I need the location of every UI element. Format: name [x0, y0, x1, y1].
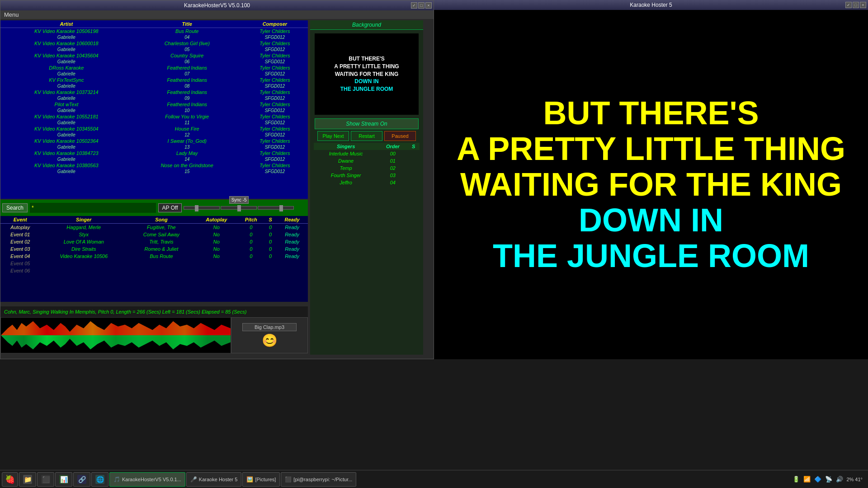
event-table: Event Singer Song Autoplay Pitch S Ready… — [0, 216, 308, 274]
preview-line5: THE JUNGLE ROOM — [340, 85, 393, 93]
close-btn-2[interactable]: × — [860, 2, 866, 8]
table-row[interactable]: Gabrielle08SFGD012 — [0, 83, 308, 89]
table-row[interactable]: KV Video Karaoke 10345504House FireTyler… — [0, 126, 308, 132]
search-button[interactable]: Search — [2, 203, 28, 212]
window-controls-2: ✓ □ × — [845, 2, 866, 8]
network-tray-icon: 📶 — [803, 475, 811, 483]
taskbar-monitor[interactable]: 📊 — [55, 472, 72, 487]
taskbar-app3-label: [Pictures] — [255, 477, 276, 482]
table-row[interactable]: KV Video Karaoke 10435604Country SquireT… — [0, 52, 308, 59]
col-artist: Artist — [0, 20, 132, 28]
table-row[interactable]: Gabrielle11SFGD012 — [0, 120, 308, 126]
table-row[interactable]: KV Video Karaoke 10373214Feathered India… — [0, 89, 308, 95]
evt-col-event: Event — [0, 216, 40, 224]
table-row[interactable]: Gabrielle15SFGD012 — [0, 169, 308, 174]
close-btn-1[interactable]: × — [425, 2, 432, 9]
restart-button[interactable]: Restart — [351, 131, 382, 141]
list-item[interactable]: Temp02 — [314, 164, 420, 172]
list-item[interactable]: Event 03Dire StraitsRomeo & JulietNo00Re… — [0, 245, 308, 253]
taskbar-app4[interactable]: ⬛ [pi@raspberrypi: ~/Pictur... — [281, 472, 356, 487]
table-row[interactable]: KV Video Karaoke 10502364I Swear (To_God… — [0, 138, 308, 144]
show-stream-button[interactable]: Show Stream On — [315, 118, 419, 129]
minimize-btn-2[interactable]: ✓ — [845, 2, 852, 8]
evt-col-singer: Singer — [40, 216, 127, 224]
list-item[interactable]: Event 06 — [0, 267, 308, 274]
table-row[interactable]: Pilot wTextFeathered IndiansTyler Childe… — [0, 101, 308, 108]
list-item[interactable]: Interlude Music00 — [314, 150, 420, 157]
play-next-button[interactable]: Play Next — [317, 131, 349, 141]
table-row[interactable]: KV Video Karaoke 10380563Nose on the Gri… — [0, 162, 308, 169]
taskbar-app2[interactable]: 🎤 Karaoke Hoster 5 — [186, 472, 242, 487]
table-row[interactable]: Gabrielle13SFGD012 — [0, 144, 308, 150]
main-app-window: KaraokeHosterV5 V5.0.100 ✓ □ × Menu Arti… — [0, 0, 434, 359]
taskbar-terminal[interactable]: ⬛ — [37, 472, 54, 487]
app2-title: Karaoke Hoster 5 — [630, 2, 672, 8]
table-row[interactable]: Gabrielle04SFGD012 — [0, 34, 308, 40]
list-item[interactable]: Event 02Love Of A WomanTritt, TravisNo00… — [0, 238, 308, 245]
list-item[interactable]: Event 01StyxCome Sail AwayNo00Ready — [0, 231, 308, 238]
karaoke-line5: THE JUNGLE ROOM — [493, 238, 809, 274]
preview-line1: BUT THERE'S — [349, 55, 385, 63]
taskbar-browser[interactable]: 🌐 — [91, 472, 108, 487]
table-row[interactable]: Gabrielle09SFGD012 — [0, 95, 308, 101]
sound-effect-button[interactable]: Big Clap.mp3 — [242, 323, 297, 331]
status-text: Cohn, Marc, Singing Walking In Memphis, … — [4, 309, 246, 314]
search-bar: Search AP Off Sync -5 — [0, 200, 308, 216]
battery-icon: 🔋 — [792, 475, 800, 483]
volume-icon: 🔊 — [835, 475, 844, 483]
smiley-icon: 😊 — [262, 333, 278, 348]
table-row[interactable]: KV Video Karaoke 10600018Charleston Girl… — [0, 40, 308, 47]
taskbar-tray: 🔋 📶 🔷 📡 🔊 2% 41° — [792, 475, 866, 483]
paused-button[interactable]: Paused — [384, 131, 416, 141]
taskbar-app1-label: KaraokeHosterV5 V5.0.1... — [122, 477, 181, 482]
karaoke-display: BUT THERE'S A PRETTY LITTLE THING WAITIN… — [434, 10, 868, 359]
search-input[interactable] — [29, 202, 156, 213]
taskbar-app3[interactable]: 🖼️ [Pictures] — [242, 472, 280, 487]
evt-col-s: S — [264, 216, 276, 224]
table-row[interactable]: Gabrielle05SFGD012 — [0, 47, 308, 52]
taskbar-app4-label: [pi@raspberrypi: ~/Pictur... — [293, 477, 352, 482]
table-row[interactable]: DRoss KaraokeFeathered IndiansTyler Chil… — [0, 65, 308, 71]
table-row[interactable]: KV FixTextSyncFeathered IndiansTyler Chi… — [0, 77, 308, 83]
title-bar-2: Karaoke Hoster 5 ✓ □ × — [434, 0, 868, 10]
table-row[interactable]: KV Video Karaoke 10552181Follow You to V… — [0, 113, 308, 120]
col-composer: Composer — [242, 20, 308, 28]
table-row[interactable]: Gabrielle14SFGD012 — [0, 156, 308, 162]
maximize-btn-1[interactable]: □ — [418, 2, 425, 9]
taskbar-app1[interactable]: 🎵 KaraokeHosterV5 V5.0.1... — [109, 472, 185, 487]
table-row[interactable]: Gabrielle10SFGD012 — [0, 108, 308, 113]
list-item[interactable]: Event 05 — [0, 260, 308, 267]
song-table: Artist Title Composer KV Video Karaoke 1… — [0, 20, 308, 174]
table-row[interactable]: Gabrielle06SFGD012 — [0, 59, 308, 65]
slider-3[interactable] — [258, 206, 294, 210]
karaoke-window: Karaoke Hoster 5 ✓ □ × BUT THERE'S A PRE… — [434, 0, 868, 359]
taskbar-network[interactable]: 🔗 — [73, 472, 90, 487]
start-button[interactable]: 🍓 — [2, 472, 18, 487]
maximize-btn-2[interactable]: □ — [853, 2, 859, 8]
list-item[interactable]: Event 04Video Karaoke 10506Bus RouteNo00… — [0, 253, 308, 260]
singers-col-s: S — [408, 143, 420, 150]
ap-off-button[interactable]: AP Off — [158, 203, 182, 212]
taskbar: 🍓 📁 ⬛ 📊 🔗 🌐 🎵 KaraokeHosterV5 V5.0.1... … — [0, 470, 868, 488]
list-item[interactable]: Jeffro04 — [314, 179, 420, 186]
taskbar-files[interactable]: 📁 — [19, 472, 36, 487]
slider-1[interactable] — [184, 206, 220, 210]
list-item[interactable]: Dwane01 — [314, 157, 420, 164]
list-item[interactable]: AutoplayHaggard, MerleFugitive, TheNo00R… — [0, 224, 308, 231]
window-controls-1: ✓ □ × — [411, 2, 432, 9]
evt-col-ready: Ready — [276, 216, 308, 224]
sound-effects-panel: Big Clap.mp3 😊 — [231, 317, 308, 353]
minimize-btn-1[interactable]: ✓ — [411, 2, 417, 9]
preview-display: BUT THERE'S A PRETTY LITTLE THING WAITIN… — [315, 33, 419, 115]
status-bar: Cohn, Marc, Singing Walking In Memphis, … — [0, 306, 308, 317]
menu-bar[interactable]: Menu — [0, 10, 434, 19]
waveform-display — [0, 317, 231, 353]
table-row[interactable]: Gabrielle07SFGD012 — [0, 71, 308, 77]
menu-label[interactable]: Menu — [4, 11, 19, 18]
table-row[interactable]: KV Video Karaoke 10384723Lady MayTyler C… — [0, 150, 308, 156]
slider-2[interactable]: Sync -5 — [221, 206, 257, 210]
preview-line3: WAITING FOR THE KING — [335, 70, 399, 78]
table-row[interactable]: KV Video Karaoke 10506198Bus RouteTyler … — [0, 28, 308, 35]
table-row[interactable]: Gabrielle12SFGD012 — [0, 132, 308, 138]
list-item[interactable]: Fourth Singer03 — [314, 172, 420, 179]
